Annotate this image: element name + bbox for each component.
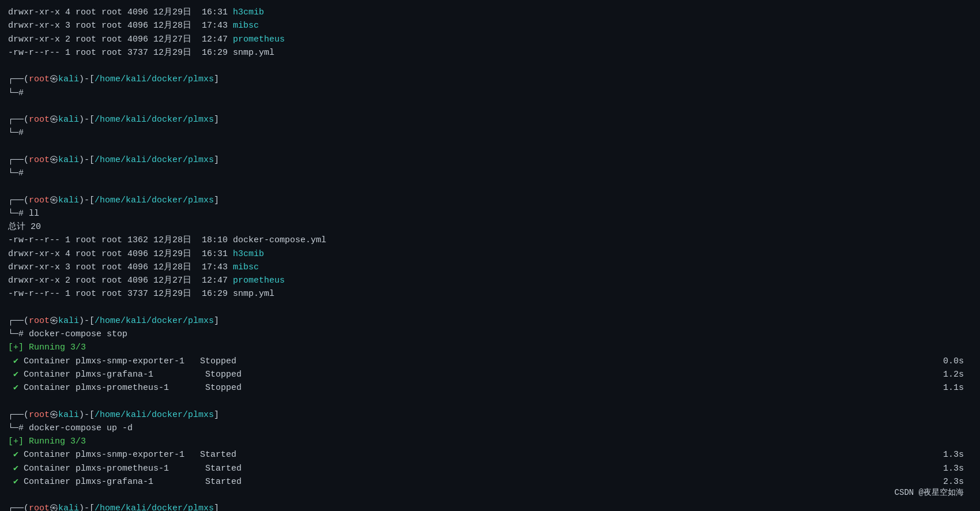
ll-mibsc: drwxr-xr-x 3 root root 4096 12月28日 17:43…: [8, 261, 972, 274]
cmd-ll: ll: [24, 207, 39, 220]
ll-prometheus: drwxr-xr-x 2 root root 4096 12月27日 12:47…: [8, 274, 972, 287]
prompt-host: kali: [58, 73, 79, 86]
prompt-2-cmd: └─#: [8, 126, 972, 140]
prompt-close-bracket: )-[: [79, 502, 95, 511]
prompt-host: kali: [58, 408, 79, 422]
container-label: Container plmxs-snmp-exporter-1: [24, 448, 200, 461]
started-status: Started: [205, 462, 242, 475]
prompt-open-bracket: ┌──(: [8, 113, 29, 126]
prompt-at: ㉿: [50, 408, 58, 422]
blank-1: [8, 59, 972, 73]
prompt-path-close: ]: [214, 194, 219, 207]
prompt-line-prefix: └─: [8, 87, 18, 100]
stopped-status: Stopped: [200, 355, 236, 368]
dir-link: h3cmib: [233, 6, 264, 19]
timing-stop-2: 1.2s: [943, 368, 964, 381]
prompt-root: root: [29, 408, 50, 422]
prompt-host: kali: [58, 194, 79, 207]
prompt-line-prefix: └─: [8, 207, 18, 220]
prompt-path: /home/kali/docker/plmxs: [95, 408, 214, 422]
timing-stop-3: 1.1s: [943, 381, 964, 394]
container-label: Container plmxs-grafana-1: [24, 475, 205, 489]
prompt-hash: #: [18, 126, 24, 140]
stopped-status: Stopped: [205, 381, 242, 394]
blank-7: [8, 489, 972, 502]
started-status: Started: [205, 475, 242, 489]
file-info: -rw-r--r-- 1 root root 3737 12月29日 16:29…: [8, 46, 274, 59]
prompt-path: /home/kali/docker/plmxs: [95, 73, 214, 86]
container-stop-3: ✔ Container plmxs-prometheus-1 Stopped 1…: [8, 381, 972, 394]
prompt-hash: #: [18, 328, 24, 341]
prompt-path: /home/kali/docker/plmxs: [95, 314, 214, 328]
prompt-open-bracket: ┌──(: [8, 153, 29, 167]
prompt-path-close: ]: [214, 73, 219, 86]
prompt-open-bracket: ┌──(: [8, 314, 29, 328]
running-up: [+] Running 3/3: [8, 435, 972, 448]
container-stop-1: ✔ Container plmxs-snmp-exporter-1 Stoppe…: [8, 355, 972, 368]
watermark: CSDN @夜星空如海: [895, 487, 964, 499]
prompt-root: root: [29, 113, 50, 126]
prompt-path: /home/kali/docker/plmxs: [95, 153, 214, 167]
prompt-at: ㉿: [50, 314, 58, 328]
prompt-path-close: ]: [214, 502, 219, 511]
prompt-hash: #: [18, 167, 24, 180]
prompt-path: /home/kali/docker/plmxs: [95, 502, 214, 511]
running-stop: [+] Running 3/3: [8, 341, 972, 354]
prompt-at: ㉿: [50, 73, 58, 86]
prompt-1: ┌──(root㉿kali)-[/home/kali/docker/plmxs]: [8, 73, 972, 86]
container-label: Container plmxs-snmp-exporter-1: [24, 355, 200, 368]
total-text: 总计 20: [8, 220, 41, 234]
terminal: drwxr-xr-x 4 root root 4096 12月29日 16:31…: [8, 6, 972, 505]
prompt-host: kali: [58, 502, 79, 511]
dir-link-prometheus: prometheus: [233, 274, 285, 287]
file-perms: drwxr-xr-x 2 root root 4096 12月27日 12:47: [8, 274, 233, 287]
prompt-path: /home/kali/docker/plmxs: [95, 194, 214, 207]
dir-link: mibsc: [233, 261, 259, 274]
dir-link-prometheus: prometheus: [233, 33, 285, 46]
prompt-line-prefix: └─: [8, 328, 18, 341]
prompt-path-close: ]: [214, 408, 219, 422]
file-info: -rw-r--r-- 1 root root 3737 12月29日 16:29…: [8, 287, 274, 300]
file-perms: drwxr-xr-x 3 root root 4096 12月28日 17:43: [8, 261, 233, 274]
bullet-icon: ✔: [8, 448, 24, 461]
cmd-up: docker-compose up -d: [24, 422, 133, 435]
line-2: drwxr-xr-x 3 root root 4096 12月28日 17:43…: [8, 19, 972, 32]
prompt-path-close: ]: [214, 153, 219, 167]
timing-start-2: 1.3s: [943, 462, 964, 475]
ll-snmp: -rw-r--r-- 1 root root 3737 12月29日 16:29…: [8, 287, 972, 300]
prompt-close-bracket: )-[: [79, 113, 95, 126]
prompt-line-prefix: └─: [8, 167, 18, 180]
dir-link: mibsc: [233, 19, 259, 32]
prompt-hash: #: [18, 87, 24, 100]
container-label: Container plmxs-prometheus-1: [24, 381, 205, 394]
file-perms: drwxr-xr-x 3 root root 4096 12月28日 17:43: [8, 19, 233, 32]
prompt-open-bracket: ┌──(: [8, 73, 29, 86]
total-line: 总计 20: [8, 220, 972, 234]
bullet-icon: ✔: [8, 381, 24, 394]
prompt-path-close: ]: [214, 314, 219, 328]
container-start-2: ✔ Container plmxs-prometheus-1 Started 1…: [8, 462, 972, 475]
prompt-host: kali: [58, 314, 79, 328]
file-perms: drwxr-xr-x 2 root root 4096 12月27日 12:47: [8, 33, 233, 46]
prompt-root: root: [29, 73, 50, 86]
prompt-root: root: [29, 153, 50, 167]
prompt-2: ┌──(root㉿kali)-[/home/kali/docker/plmxs]: [8, 113, 972, 126]
prompt-6-cmd: └─# docker-compose up -d: [8, 422, 972, 435]
prompt-path-close: ]: [214, 113, 219, 126]
prompt-hash: #: [18, 422, 24, 435]
container-label: Container plmxs-prometheus-1: [24, 462, 205, 475]
file-perms: drwxr-xr-x 4 root root 4096 12月29日 16:31: [8, 6, 233, 19]
prompt-line-prefix: └─: [8, 422, 18, 435]
prompt-line-prefix: └─: [8, 126, 18, 140]
prompt-final: ┌──(root㉿kali)-[/home/kali/docker/plmxs]: [8, 502, 972, 511]
line-3: drwxr-xr-x 2 root root 4096 12月27日 12:47…: [8, 33, 972, 46]
bullet-icon: ✔: [8, 355, 24, 368]
blank-6: [8, 394, 972, 408]
blank-2: [8, 100, 972, 113]
prompt-at: ㉿: [50, 113, 58, 126]
timing-start-1: 1.3s: [943, 448, 964, 461]
prompt-close-bracket: )-[: [79, 194, 95, 207]
prompt-5: ┌──(root㉿kali)-[/home/kali/docker/plmxs]: [8, 314, 972, 328]
line-1: drwxr-xr-x 4 root root 4096 12月29日 16:31…: [8, 6, 972, 19]
container-start-1: ✔ Container plmxs-snmp-exporter-1 Starte…: [8, 448, 972, 461]
